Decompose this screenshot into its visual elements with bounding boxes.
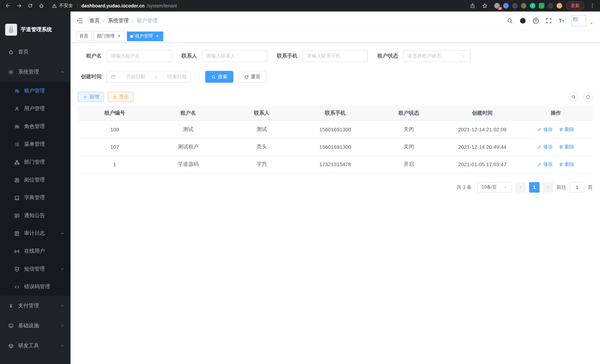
hamburger-icon[interactable] [76, 17, 84, 25]
date-end-placeholder: 结束日期 [167, 74, 187, 80]
table-toolbar: 新增 导出 [78, 92, 593, 102]
edit-button[interactable]: 修改 [537, 126, 553, 133]
contact-input[interactable]: 请输入联系人 [202, 50, 267, 62]
operations-cell: 修改删除 [519, 156, 593, 173]
sidebar-item-label: 部门管理 [24, 159, 65, 166]
extension-icon[interactable]: 10 [494, 3, 500, 9]
sidebar-item-infrastructure[interactable]: 基础设施 [0, 316, 71, 336]
sidebar-item-tenant[interactable]: 租户管理 [0, 82, 71, 100]
contact-phone-cell: 15601691300 [299, 121, 372, 138]
sidebar-item-error-code[interactable]: 错误码管理 [0, 278, 71, 296]
tabs-bar: 首页部门管理×租户管理× [71, 30, 600, 43]
close-icon[interactable]: × [155, 34, 160, 39]
bookmark-star-icon[interactable] [480, 2, 489, 10]
address-bar[interactable]: 不安全 dashboard.yudao.iocoder.cn/system/te… [52, 3, 177, 9]
chevron-down-icon [60, 344, 65, 348]
extension-badge: 10 [497, 7, 502, 10]
extension-icon[interactable] [539, 3, 544, 9]
header-search-icon[interactable] [506, 18, 513, 24]
toggle-search-icon[interactable] [568, 92, 578, 102]
sidebar-item-label: 字典管理 [24, 195, 65, 201]
not-secure-warning-icon [52, 3, 57, 8]
extension-icon[interactable] [512, 3, 518, 9]
font-size-icon[interactable]: TT [558, 18, 565, 24]
sidebar-item-dev-tools[interactable]: 研发工具 [0, 336, 71, 356]
svg-text:T: T [562, 19, 564, 23]
sidebar-item-notice[interactable]: 通知公告 [0, 207, 71, 224]
edit-button[interactable]: 修改 [537, 143, 553, 150]
user-avatar[interactable] [572, 15, 586, 26]
phone-filter: 联系手机 请输入联系手机 [277, 50, 368, 62]
browser-home-icon[interactable] [37, 2, 45, 10]
screen: 不安全 dashboard.yudao.iocoder.cn/system/te… [0, 0, 600, 364]
sidebar-item-post[interactable]: 岗位管理 [0, 171, 71, 189]
sidebar-item-payment[interactable]: 支付管理 [0, 296, 71, 316]
contact-label: 联系人 [181, 53, 197, 59]
breadcrumb-item[interactable]: 首页 [89, 18, 100, 24]
audit-log-icon [14, 231, 20, 236]
tab-dept-manage[interactable]: 部门管理× [94, 31, 125, 41]
sidebar-item-label: 短信管理 [24, 266, 56, 272]
tenant-name-cell: 测试 [151, 121, 225, 138]
next-page-button[interactable] [543, 182, 553, 192]
extension-icon[interactable] [548, 3, 553, 9]
add-button[interactable]: 新增 [78, 92, 104, 102]
current-page-button[interactable]: 1 [529, 182, 540, 192]
share-icon[interactable] [468, 2, 477, 10]
sidebar-item-role[interactable]: 角色管理 [0, 118, 71, 135]
sidebar-item-audit-log[interactable]: 审计日志 [0, 224, 71, 242]
extension-icon[interactable] [521, 3, 526, 9]
docs-question-icon[interactable] [533, 18, 539, 24]
reload-icon[interactable] [26, 2, 34, 10]
extension-icon[interactable] [503, 3, 509, 9]
sidebar-item-sms[interactable]: 短信管理 [0, 260, 71, 278]
forward-icon[interactable] [15, 2, 23, 10]
calendar-icon [111, 74, 116, 79]
security-label[interactable]: 不安全 [59, 3, 73, 9]
edit-button[interactable]: 修改 [537, 161, 553, 168]
tenant-status-cell: 关闭 [372, 138, 445, 156]
edit-label: 修改 [543, 126, 553, 133]
tab-tenant-manage[interactable]: 租户管理× [127, 31, 163, 41]
delete-button[interactable]: 删除 [559, 143, 574, 150]
export-button[interactable]: 导出 [108, 92, 134, 102]
goto-page-input[interactable] [570, 182, 584, 192]
tenant-status-select[interactable]: 请选择租户状态 [403, 50, 470, 62]
page-size-select[interactable]: 10条/页 [477, 182, 512, 192]
chevron-down-icon [60, 324, 65, 328]
delete-button[interactable]: 删除 [559, 126, 574, 133]
close-icon[interactable]: × [116, 34, 122, 39]
gear-icon [8, 69, 14, 75]
refresh-table-icon[interactable] [583, 92, 593, 102]
search-button[interactable]: 搜索 [205, 71, 233, 83]
sidebar-item-dict[interactable]: 字典管理 [0, 189, 71, 207]
tenant-id-cell: 1 [78, 156, 151, 173]
reset-button[interactable]: 重置 [238, 71, 266, 83]
prev-page-button[interactable] [516, 182, 526, 192]
phone-input[interactable]: 请输入联系手机 [302, 50, 368, 62]
github-icon[interactable] [519, 18, 526, 24]
sidebar-item-home[interactable]: 首页 [0, 42, 71, 62]
sidebar-item-menu[interactable]: 菜单管理 [0, 135, 71, 153]
search-button-label: 搜索 [218, 74, 227, 80]
sidebar-item-user[interactable]: 用户管理 [0, 100, 71, 118]
back-icon[interactable] [4, 2, 12, 10]
sidebar-item-system[interactable]: 系统管理 [0, 62, 71, 82]
delete-button[interactable]: 删除 [559, 161, 574, 168]
sidebar-item-dept[interactable]: 部门管理 [0, 153, 71, 171]
dev-tool-icon [8, 343, 14, 349]
tenant-name-input[interactable]: 请输入租户名 [106, 50, 172, 62]
fullscreen-icon[interactable] [545, 18, 552, 24]
extension-icon[interactable]: ✓ [530, 3, 535, 9]
create-time-range-picker[interactable]: 开始日期 - 结束日期 [106, 71, 191, 83]
tab-label: 租户管理 [135, 33, 153, 39]
contact-placeholder: 请输入联系人 [206, 53, 235, 59]
extension-icon[interactable] [557, 3, 562, 9]
tab-home[interactable]: 首页 [76, 31, 92, 41]
sidebar-item-online-user[interactable]: 在线用户 [0, 242, 71, 260]
browser-menu-icon[interactable] [588, 2, 596, 10]
table-row: 108测试测试15601691300关闭2021-12-14 21:02:09修… [78, 121, 593, 138]
avatar-caret-icon[interactable] [590, 21, 593, 25]
update-button[interactable]: 更新 [566, 1, 584, 10]
breadcrumb-item[interactable]: 系统管理 [108, 18, 129, 24]
